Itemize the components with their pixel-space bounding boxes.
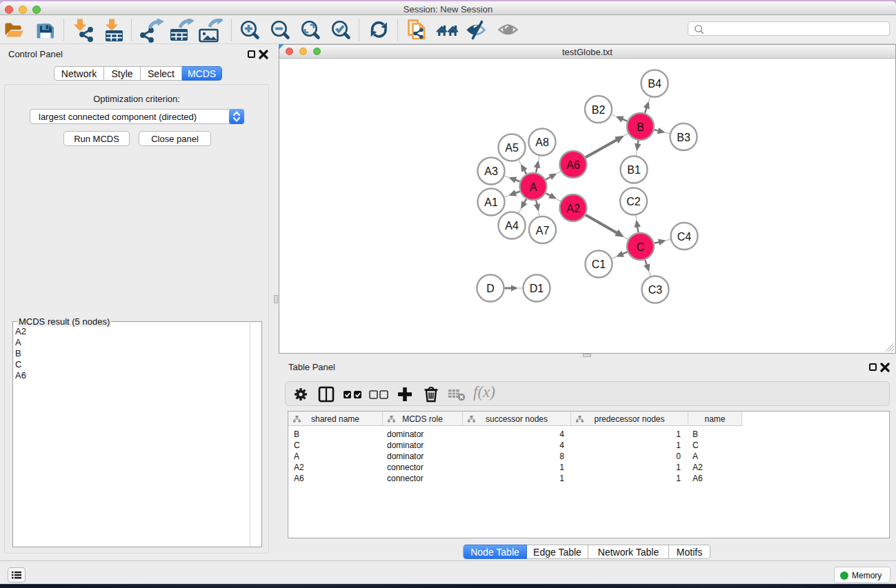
svg-text:C4: C4: [677, 231, 692, 243]
svg-text:C2: C2: [626, 196, 641, 207]
svg-text:C1: C1: [592, 258, 606, 270]
svg-text:B4: B4: [648, 78, 661, 90]
svg-text:A3: A3: [484, 165, 498, 177]
svg-text:A8: A8: [535, 136, 549, 148]
svg-text:A1: A1: [484, 196, 498, 208]
svg-text:A5: A5: [505, 142, 519, 154]
svg-text:D1: D1: [530, 283, 544, 294]
svg-text:C3: C3: [648, 284, 663, 296]
svg-text:C: C: [637, 241, 645, 253]
svg-text:B1: B1: [627, 164, 641, 176]
svg-text:A2: A2: [566, 203, 580, 214]
svg-text:B2: B2: [592, 104, 606, 116]
svg-text:B3: B3: [677, 132, 690, 143]
svg-text:D: D: [486, 283, 495, 294]
svg-text:A: A: [530, 181, 537, 193]
svg-text:B: B: [637, 121, 644, 133]
svg-text:A6: A6: [566, 159, 580, 171]
svg-text:A4: A4: [505, 220, 519, 232]
svg-text:A7: A7: [536, 225, 550, 236]
